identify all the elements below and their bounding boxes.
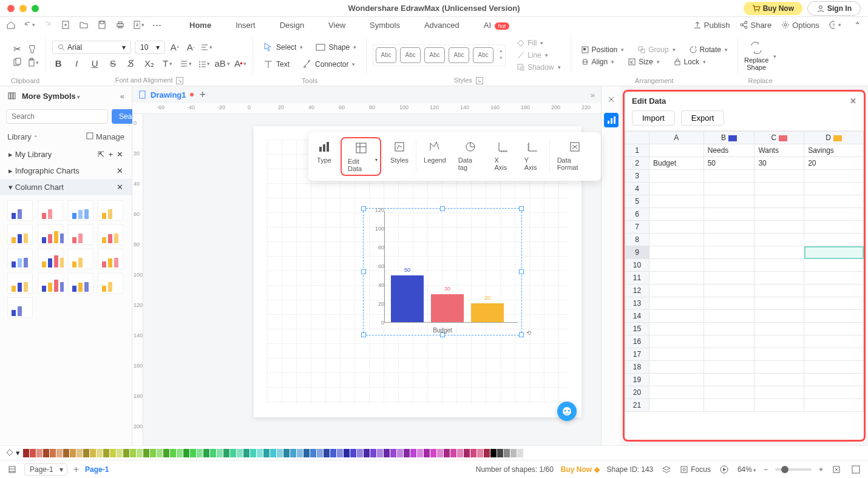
color-swatch[interactable] bbox=[297, 449, 303, 457]
tab-ai[interactable]: AI hot bbox=[472, 18, 521, 32]
tab-home[interactable]: Home bbox=[177, 18, 223, 32]
symbol-search-input[interactable] bbox=[6, 109, 108, 124]
row-header[interactable]: 12 bbox=[625, 284, 649, 297]
align-button[interactable] bbox=[200, 41, 212, 53]
document-tab[interactable]: Drawing1 bbox=[138, 90, 194, 99]
sheet-cell[interactable] bbox=[649, 335, 704, 348]
color-swatch[interactable] bbox=[150, 449, 156, 457]
col-header[interactable]: D bbox=[804, 132, 864, 144]
text-tool[interactable]: Text bbox=[259, 58, 293, 71]
format-painter[interactable] bbox=[27, 43, 39, 55]
select-tool[interactable]: Select bbox=[259, 41, 307, 54]
sheet-cell[interactable] bbox=[754, 272, 804, 284]
col-header[interactable]: A bbox=[649, 132, 704, 144]
chart-thumb[interactable] bbox=[7, 273, 33, 294]
color-swatch[interactable] bbox=[97, 449, 103, 457]
sign-in-button[interactable]: Sign In bbox=[807, 1, 861, 16]
sheet-cell[interactable] bbox=[804, 386, 864, 399]
bold-button[interactable]: B bbox=[52, 58, 64, 70]
row-header[interactable]: 20 bbox=[625, 386, 649, 399]
size-button[interactable]: Size bbox=[624, 56, 663, 67]
color-swatch[interactable] bbox=[457, 449, 463, 457]
color-swatch[interactable] bbox=[484, 449, 490, 457]
sheet-cell[interactable] bbox=[704, 310, 754, 323]
page-link[interactable]: Page-1 bbox=[85, 465, 109, 474]
cut-button[interactable]: ✂ bbox=[11, 43, 23, 55]
sheet-cell[interactable] bbox=[754, 399, 804, 412]
color-swatch[interactable] bbox=[250, 449, 256, 457]
sheet-cell[interactable] bbox=[754, 374, 804, 386]
chart-styles-button[interactable]: Styles bbox=[384, 137, 415, 176]
sheet-cell[interactable] bbox=[754, 234, 804, 246]
decrease-font[interactable]: A- bbox=[185, 41, 197, 53]
chart-thumb[interactable] bbox=[38, 249, 63, 269]
row-header[interactable]: 2 bbox=[625, 157, 649, 170]
font-family-select[interactable]: Arial▾ bbox=[52, 41, 131, 54]
copy-button[interactable] bbox=[11, 56, 23, 69]
sheet-cell[interactable] bbox=[649, 310, 704, 323]
replace-shape-button[interactable]: Replace Shape bbox=[744, 41, 768, 71]
style-preset[interactable]: Abc bbox=[424, 47, 445, 63]
sheet-cell[interactable] bbox=[649, 348, 704, 361]
color-swatch[interactable] bbox=[317, 449, 323, 457]
increase-font[interactable]: A+ bbox=[169, 41, 181, 53]
color-swatch[interactable] bbox=[277, 449, 283, 457]
tab-symbols[interactable]: Symbols bbox=[358, 18, 412, 32]
chart-thumb[interactable] bbox=[98, 224, 123, 245]
sheet-cell[interactable] bbox=[649, 374, 704, 386]
export-button[interactable]: Export bbox=[681, 110, 725, 126]
buy-now-link[interactable]: Buy Now ◆ bbox=[561, 465, 600, 474]
chart-thumb[interactable] bbox=[68, 249, 93, 269]
sheet-cell[interactable]: 20 bbox=[804, 157, 864, 170]
sheet-cell[interactable] bbox=[649, 144, 704, 157]
sheet-cell[interactable] bbox=[649, 399, 704, 412]
sheet-cell[interactable] bbox=[754, 259, 804, 272]
row-header[interactable]: 13 bbox=[625, 297, 649, 310]
sheet-cell[interactable] bbox=[704, 323, 754, 335]
fullscreen-button[interactable] bbox=[850, 463, 862, 476]
sheet-cell[interactable] bbox=[704, 361, 754, 374]
sheet-cell[interactable] bbox=[754, 221, 804, 234]
publish-button[interactable]: Publish bbox=[693, 21, 730, 30]
export-button[interactable] bbox=[132, 19, 144, 31]
color-swatch[interactable] bbox=[157, 449, 163, 457]
zoom-in[interactable]: + bbox=[819, 465, 823, 474]
color-swatch[interactable] bbox=[344, 449, 350, 457]
color-swatch[interactable] bbox=[410, 449, 416, 457]
sheet-cell[interactable]: 30 bbox=[754, 157, 804, 170]
color-swatch[interactable] bbox=[210, 449, 216, 457]
mylibrary-category[interactable]: ▸ My Library ⇱ + ✕ bbox=[0, 146, 132, 163]
paste-button[interactable] bbox=[27, 56, 39, 69]
case-button[interactable]: T bbox=[161, 58, 174, 70]
row-header[interactable]: 3 bbox=[625, 170, 649, 183]
sheet-cell[interactable] bbox=[804, 208, 864, 221]
row-header[interactable]: 6 bbox=[625, 208, 649, 221]
window-controls[interactable] bbox=[7, 5, 39, 12]
resize-handle[interactable] bbox=[361, 269, 366, 274]
underline-button[interactable]: U bbox=[89, 58, 101, 70]
row-header[interactable]: 10 bbox=[625, 259, 649, 272]
home-icon[interactable] bbox=[5, 19, 17, 31]
sheet-cell[interactable] bbox=[804, 259, 864, 272]
row-header[interactable]: 4 bbox=[625, 183, 649, 195]
undo-button[interactable] bbox=[23, 19, 35, 31]
tab-insert[interactable]: Insert bbox=[223, 18, 268, 32]
sheet-cell[interactable] bbox=[649, 272, 704, 284]
gallery-down[interactable]: ▾ bbox=[500, 55, 503, 61]
sheet-cell[interactable] bbox=[649, 183, 704, 195]
color-swatch[interactable] bbox=[424, 449, 430, 457]
import-button[interactable]: Import bbox=[632, 110, 675, 126]
shape-tool[interactable]: Shape bbox=[311, 41, 360, 54]
replace-dropdown[interactable] bbox=[772, 51, 776, 60]
sheet-cell[interactable] bbox=[754, 386, 804, 399]
chart-thumb[interactable] bbox=[68, 200, 93, 221]
mylib-import-icon[interactable]: ⇱ bbox=[98, 150, 104, 159]
sheet-cell[interactable] bbox=[804, 374, 864, 386]
tab-advanced[interactable]: Advanced bbox=[412, 18, 472, 32]
sheet-cell[interactable] bbox=[704, 183, 754, 195]
color-swatch[interactable] bbox=[30, 449, 36, 457]
close-icon[interactable] bbox=[7, 5, 15, 12]
chart-thumb[interactable] bbox=[98, 273, 123, 294]
chart-object[interactable]: ⟲ 020406080100120 503020 Budget bbox=[363, 208, 522, 335]
color-swatch[interactable] bbox=[450, 449, 456, 457]
